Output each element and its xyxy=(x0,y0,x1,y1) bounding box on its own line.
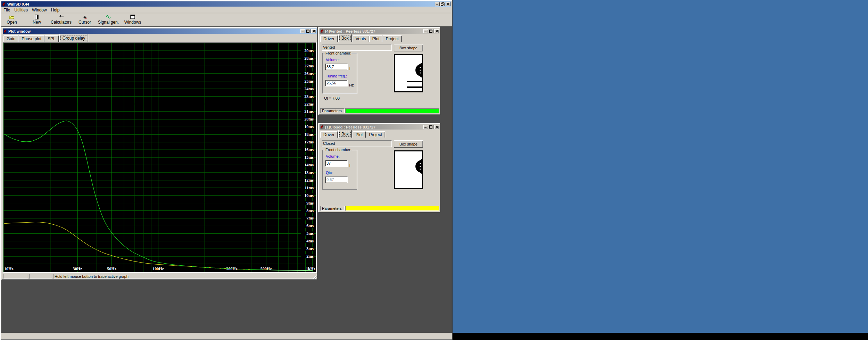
vented-tab-plot[interactable]: Plot xyxy=(369,35,383,42)
svg-text:17ms: 17ms xyxy=(304,140,314,144)
vented-box-type-field[interactable]: Vented xyxy=(322,44,392,51)
plot-minimize-button[interactable] xyxy=(300,29,305,33)
closed-tab-plot[interactable]: Plot xyxy=(353,131,366,138)
closed-tab-box[interactable]: Box xyxy=(338,130,352,138)
closed-close-button[interactable] xyxy=(434,125,439,129)
closed-qtc-input[interactable]: 0,57 xyxy=(325,176,348,183)
menu-file[interactable]: File xyxy=(1,7,12,13)
plot-tab-phase-plot[interactable]: Phase plot xyxy=(18,35,44,42)
vented-tuning-input[interactable]: 26,56 xyxy=(325,80,348,86)
closed-window-icon xyxy=(320,125,324,129)
closed-volume-input[interactable]: 37 xyxy=(325,160,348,167)
closed-maximize-button[interactable] xyxy=(429,125,433,129)
plot-close-button[interactable] xyxy=(311,29,316,33)
svg-text:8ms: 8ms xyxy=(306,208,314,213)
vented-params-progress xyxy=(345,108,439,113)
svg-text:7ms: 7ms xyxy=(306,216,314,221)
plot-status-bar: Hold left mouse button to trace active g… xyxy=(3,273,317,279)
vented-volume-label: Volume: xyxy=(326,58,340,62)
toolbar-button-new[interactable]: New xyxy=(31,15,43,26)
plot-tab-group-delay[interactable]: Group delay xyxy=(59,34,88,42)
plot-tab-gain[interactable]: Gain xyxy=(3,35,18,42)
vented-tab-vents[interactable]: Vents xyxy=(353,35,369,42)
vented-titlebar[interactable]: [4]Vented : Peerless 831727 xyxy=(320,28,440,34)
svg-text:22ms: 22ms xyxy=(304,102,314,107)
desktop-bottom-strip xyxy=(453,333,868,340)
closed-window: [1]Closed : Peerless 831727 DriverBoxPlo… xyxy=(318,123,440,213)
toolbar-button-open[interactable]: Open xyxy=(5,15,19,26)
plot-tab-spl[interactable]: SPL xyxy=(44,35,59,42)
close-button[interactable] xyxy=(446,2,450,6)
plot-maximize-button[interactable] xyxy=(306,29,311,33)
svg-text:21ms: 21ms xyxy=(304,109,314,114)
closed-params-bar: Parameters xyxy=(320,206,440,212)
vented-minimize-button[interactable] xyxy=(423,29,428,33)
menu-help[interactable]: Help xyxy=(49,7,62,13)
vented-window-icon xyxy=(320,29,324,33)
closed-tab-bar: DriverBoxPlotProject xyxy=(320,130,440,138)
vented-tuning-unit: Hz xyxy=(349,83,354,87)
closed-window-title: [1]Closed : Peerless 831727 xyxy=(325,125,375,129)
svg-text:23ms: 23ms xyxy=(304,94,314,99)
vented-tab-driver[interactable]: Driver xyxy=(320,35,338,42)
vented-volume-input[interactable]: 38,7 xyxy=(325,64,348,70)
vented-close-button[interactable] xyxy=(434,29,439,33)
closed-titlebar[interactable]: [1]Closed : Peerless 831727 xyxy=(320,124,440,130)
vented-params-bar: Parameters xyxy=(320,108,440,114)
svg-text:20ms: 20ms xyxy=(304,117,314,122)
plot-status-panel-1 xyxy=(3,274,28,279)
plot-canvas-frame: 2ms3ms4ms5ms6ms7ms8ms9ms10ms11ms12ms13ms… xyxy=(3,42,317,273)
vented-params-label: Parameters xyxy=(320,108,345,113)
menu-window[interactable]: Window xyxy=(30,7,49,13)
calculators-icon xyxy=(49,15,73,20)
vented-window-title: [4]Vented : Peerless 831727 xyxy=(325,29,375,33)
desktop-wallpaper xyxy=(453,0,868,333)
closed-box-shape-button[interactable]: Box shape xyxy=(394,140,423,148)
closed-qtc-label: Qtc: xyxy=(326,171,333,175)
vented-box-shape-button[interactable]: Box shape xyxy=(394,44,423,51)
vented-front-chamber-label: Front chamber: xyxy=(325,51,352,55)
svg-text:2ms: 2ms xyxy=(306,254,314,259)
plot-titlebar[interactable]: Plot window xyxy=(3,28,317,34)
svg-text:30Hz: 30Hz xyxy=(73,266,82,271)
group-delay-chart[interactable]: 2ms3ms4ms5ms6ms7ms8ms9ms10ms11ms12ms13ms… xyxy=(3,43,316,272)
vented-tab-box[interactable]: Box xyxy=(338,34,352,42)
restore-button[interactable] xyxy=(440,2,445,6)
plot-status-message: Hold left mouse button to trace active g… xyxy=(53,274,316,279)
vented-front-chamber-group: Front chamber: Volume: 38,7 l Tuning fre… xyxy=(322,53,357,93)
vented-tuning-label: Tuning freq.: xyxy=(326,74,347,78)
windows-icon xyxy=(123,15,142,20)
svg-text:5ms: 5ms xyxy=(306,231,314,236)
resize-grip[interactable] xyxy=(312,275,316,279)
toolbar-label: Cursor xyxy=(78,20,91,25)
closed-volume-unit: l xyxy=(349,163,350,167)
plot-status-panel-2 xyxy=(29,274,52,279)
menu-utilities[interactable]: Utilities xyxy=(12,7,30,13)
main-titlebar[interactable]: WinISD 0.44 xyxy=(1,1,451,7)
toolbar-button-signalgen[interactable]: Signal gen. xyxy=(97,15,120,26)
svg-text:29ms: 29ms xyxy=(304,48,314,53)
plot-window-icon xyxy=(3,29,7,33)
closed-front-chamber-label: Front chamber: xyxy=(325,148,352,152)
svg-text:19ms: 19ms xyxy=(304,124,314,129)
vented-maximize-button[interactable] xyxy=(429,29,433,33)
toolbar-button-windows[interactable]: Windows xyxy=(123,15,142,26)
svg-text:13ms: 13ms xyxy=(304,170,314,175)
vented-window: [4]Vented : Peerless 831727 DriverBoxVen… xyxy=(318,27,440,115)
closed-minimize-button[interactable] xyxy=(423,125,428,129)
toolbar-button-cursor[interactable]: Cursor xyxy=(77,15,92,26)
vented-tab-project[interactable]: Project xyxy=(382,35,402,42)
svg-text:6ms: 6ms xyxy=(306,223,314,228)
plot-window-title: Plot window xyxy=(8,29,31,33)
toolbar-button-calculators[interactable]: Calculators xyxy=(49,15,73,26)
closed-tab-project[interactable]: Project xyxy=(366,131,385,138)
svg-text:4ms: 4ms xyxy=(306,239,314,243)
toolbar: OpenNewCalculatorsCursorSignal gen.Windo… xyxy=(1,13,451,26)
minimize-button[interactable] xyxy=(435,2,440,6)
closed-tab-driver[interactable]: Driver xyxy=(320,131,338,138)
closed-front-chamber-group: Front chamber: Volume: 37 l Qtc: 0,57 xyxy=(322,150,357,190)
app-status-bar xyxy=(1,333,452,339)
svg-text:26ms: 26ms xyxy=(304,71,314,76)
closed-box-type-field[interactable]: Closed xyxy=(322,140,392,147)
svg-text:18ms: 18ms xyxy=(304,132,314,137)
